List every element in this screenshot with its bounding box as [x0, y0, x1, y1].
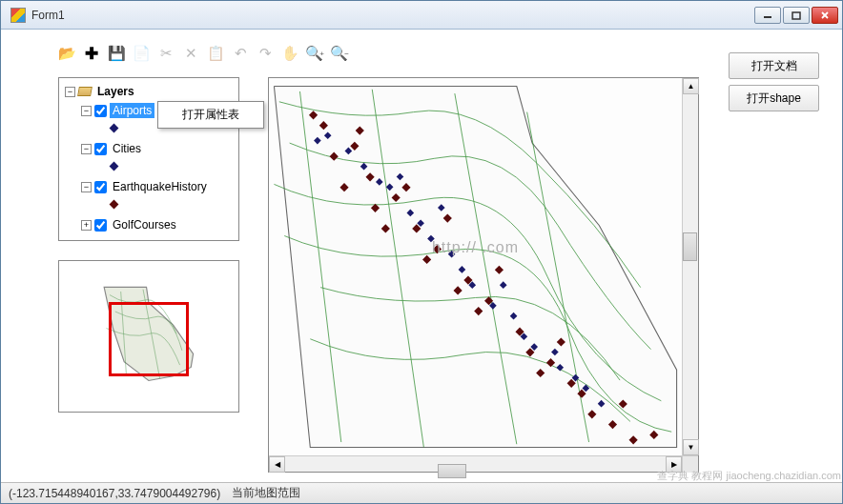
layers-group-icon: [77, 87, 93, 96]
scroll-down-icon[interactable]: ▼: [683, 439, 699, 455]
titlebar: Form1: [1, 1, 842, 30]
expander-icon[interactable]: −: [81, 144, 92, 154]
close-button[interactable]: [812, 7, 838, 24]
context-menu: 打开属性表: [157, 101, 264, 129]
minimize-icon: [763, 10, 772, 20]
left-column: − Layers − Airports −: [58, 77, 239, 473]
close-icon: [820, 10, 830, 20]
toolbar: 📂 ✚ 💾 📄 ✂ ✕ 📋 ↶ ↷ ✋ 🔍+ 🔍−: [1, 30, 842, 77]
maximize-button[interactable]: [783, 7, 810, 24]
statusbar: (-123.715448940167,33.7479004492796) 当前地…: [1, 482, 842, 503]
toolbar-icons: 📂 ✚ 💾 📄 ✂ ✕ 📋 ↶ ↷ ✋ 🔍+ 🔍−: [58, 45, 348, 62]
layer-checkbox[interactable]: [94, 105, 107, 117]
map-panel: http:// .com ▲ ▼ ◀ ▶: [268, 77, 699, 473]
app-icon: [10, 8, 26, 23]
zoom-in-icon[interactable]: 🔍+: [306, 45, 323, 62]
status-label: 当前地图范围: [232, 485, 300, 501]
save-icon[interactable]: 💾: [108, 45, 125, 62]
cut-icon: ✂: [157, 45, 175, 62]
add-icon[interactable]: ✚: [83, 45, 100, 62]
window-title: Form1: [31, 9, 754, 22]
tree-item-cities[interactable]: − Cities: [61, 139, 236, 158]
undo-icon: ↶: [232, 45, 249, 62]
layer-checkbox[interactable]: [94, 219, 107, 232]
overview-map[interactable]: [65, 267, 233, 406]
layers-panel: − Layers − Airports −: [58, 77, 239, 241]
scroll-left-icon[interactable]: ◀: [269, 456, 285, 473]
paste-icon: 📋: [207, 45, 224, 62]
map-canvas[interactable]: http:// .com: [269, 78, 682, 455]
clipboard-icon: ✕: [182, 45, 199, 62]
copy-icon: 📄: [133, 45, 150, 62]
layer-checkbox[interactable]: [94, 181, 107, 193]
legend-row: [61, 158, 236, 177]
layer-label: GolfCourses: [110, 217, 179, 232]
expander-icon[interactable]: −: [81, 182, 92, 192]
zoom-out-icon[interactable]: 🔍−: [331, 45, 348, 62]
layer-label: EarthquakeHistory: [110, 179, 210, 194]
overview-viewport-box[interactable]: [109, 302, 189, 377]
legend-symbol-icon: [110, 199, 119, 209]
tree-root-label: Layers: [94, 84, 137, 99]
scroll-thumb[interactable]: [683, 232, 697, 261]
pan-icon: ✋: [281, 45, 298, 62]
tree-item-golf[interactable]: + GolfCourses: [61, 215, 236, 234]
map-vertical-scrollbar[interactable]: ▲ ▼: [682, 78, 698, 455]
expander-icon[interactable]: −: [81, 106, 92, 116]
open-attribute-table-item[interactable]: 打开属性表: [158, 102, 263, 128]
expander-icon[interactable]: +: [81, 220, 92, 231]
layer-label: Airports: [110, 103, 154, 118]
map-horizontal-scrollbar[interactable]: ◀ ▶: [269, 455, 698, 472]
maximize-icon: [792, 10, 801, 20]
expander-icon[interactable]: −: [65, 87, 75, 97]
window-controls: [754, 7, 838, 24]
tree-root-row[interactable]: − Layers: [61, 82, 236, 101]
minimize-button[interactable]: [754, 7, 781, 24]
legend-symbol-icon: [110, 123, 119, 132]
legend-row: [61, 196, 236, 215]
layer-label: Cities: [110, 141, 144, 156]
layer-checkbox[interactable]: [94, 143, 107, 155]
status-coordinates: (-123.715448940167,33.7479004492796): [9, 487, 220, 500]
corner-watermark: 查字典 教程网 jiaocheng.chazidian.com: [657, 469, 841, 483]
redo-icon: ↷: [257, 45, 274, 62]
scroll-thumb[interactable]: [438, 464, 466, 478]
app-window: Form1 📂 ✚ 💾 📄 ✂ ✕ 📋 ↶ ↷ ✋ 🔍+ 🔍− 打开文档 打开s…: [0, 0, 843, 504]
legend-symbol-icon: [110, 161, 119, 171]
content-area: − Layers − Airports −: [1, 77, 842, 482]
overview-panel: [58, 260, 239, 413]
scroll-up-icon[interactable]: ▲: [683, 78, 699, 94]
svg-rect-1: [792, 12, 800, 19]
tree-item-earthquake[interactable]: − EarthquakeHistory: [61, 177, 236, 196]
open-document-button[interactable]: 打开文档: [729, 52, 819, 79]
open-icon[interactable]: 📂: [58, 45, 75, 62]
